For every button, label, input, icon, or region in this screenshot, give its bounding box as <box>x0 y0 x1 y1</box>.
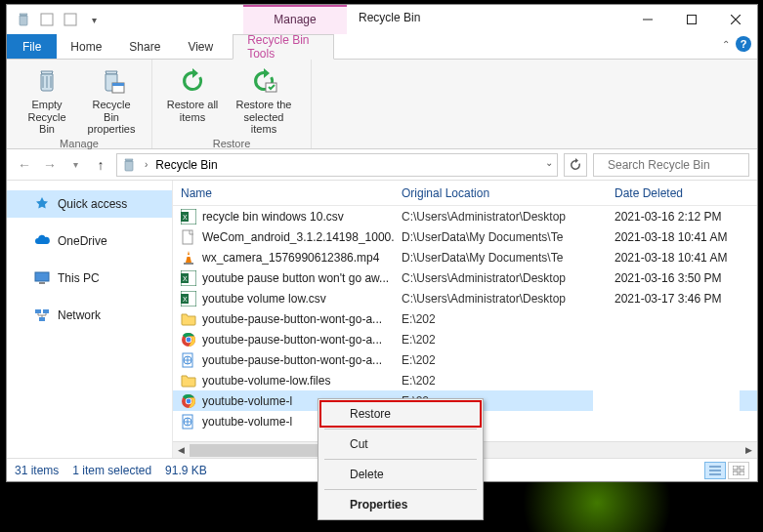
svg-rect-11 <box>39 317 45 321</box>
view-toggle <box>704 462 749 479</box>
manage-label: Manage <box>274 7 316 26</box>
column-original-location[interactable]: Original Location <box>394 186 607 200</box>
ctx-restore[interactable]: Restore <box>320 401 481 427</box>
original-location: E:\202 <box>394 374 607 388</box>
status-item-count: 31 items <box>15 464 59 477</box>
breadcrumb-sep-icon[interactable]: › <box>143 159 149 170</box>
file-name: youtube-volume-low.files <box>202 374 330 388</box>
restore-all-icon <box>177 65 208 97</box>
file-type-icon <box>181 229 196 245</box>
cloud-icon <box>34 233 50 249</box>
ctx-cut[interactable]: Cut <box>320 431 481 457</box>
file-name: youtube-pause-button-wont-go-a... <box>202 312 382 326</box>
refresh-button[interactable] <box>564 153 587 177</box>
tab-file[interactable]: File <box>7 34 57 59</box>
original-location: C:\Users\Administrator\Desktop <box>394 210 607 224</box>
scroll-right-button[interactable]: ▶ <box>741 442 757 459</box>
minimize-button[interactable] <box>625 5 669 34</box>
svg-rect-35 <box>740 466 744 470</box>
nav-quick-access[interactable]: Quick access <box>7 190 172 218</box>
refresh-icon <box>569 158 582 172</box>
search-input[interactable] <box>606 157 756 173</box>
tab-home[interactable]: Home <box>57 34 115 59</box>
svg-text:X: X <box>183 275 188 282</box>
help-button[interactable]: ? <box>736 36 751 52</box>
ctx-sep <box>324 429 477 430</box>
recycle-bin-properties-button[interactable]: Recycle Bin properties <box>79 63 144 138</box>
date-deleted: 2021-03-16 3:50 PM <box>607 271 757 285</box>
file-name: WeCom_android_3.1.2.14198_1000... <box>202 230 394 244</box>
svg-rect-15 <box>183 230 192 244</box>
nav-onedrive[interactable]: OneDrive <box>7 227 172 255</box>
restore-selected-icon <box>248 65 279 97</box>
file-type-icon <box>181 332 196 348</box>
file-type-icon: X <box>181 270 196 286</box>
ribbon-help-area: ⌃ ? <box>722 36 751 52</box>
address-dropdown-button[interactable]: ⌄ <box>545 157 553 168</box>
navigation-pane: Quick access OneDrive This PC Network <box>7 181 173 458</box>
nav-history-dropdown[interactable]: ▾ <box>65 155 85 175</box>
restore-selected-button[interactable]: Restore the selected items <box>225 63 303 138</box>
nav-this-pc[interactable]: This PC <box>7 265 172 292</box>
empty-recycle-bin-button[interactable]: Empty Recycle Bin <box>15 63 79 138</box>
group-label-manage: Manage <box>60 138 99 151</box>
svg-text:X: X <box>183 296 188 303</box>
tab-view[interactable]: View <box>174 34 227 59</box>
file-name: wx_camera_1576990612386.mp4 <box>202 251 379 265</box>
nav-back-button[interactable]: ← <box>15 155 34 175</box>
table-row[interactable]: wx_camera_1576990612386.mp4D:\UserData\M… <box>173 247 757 267</box>
svg-rect-9 <box>35 309 41 313</box>
column-date-deleted[interactable]: Date Deleted <box>607 186 757 200</box>
ribbon-group-restore: Restore all items Restore the selected i… <box>152 60 312 148</box>
date-deleted: 2021-03-16 2:12 PM <box>607 210 757 224</box>
svg-rect-10 <box>43 309 49 313</box>
table-row[interactable]: Xyoutube pause button won't go aw...C:\U… <box>173 267 757 288</box>
ctx-properties[interactable]: Properties <box>320 492 481 517</box>
restore-all-button[interactable]: Restore all items <box>160 63 225 138</box>
file-type-icon: X <box>181 291 196 307</box>
nav-up-button[interactable]: ↑ <box>91 155 110 175</box>
quick-access-toolbar: ▾ <box>7 5 110 34</box>
ctx-delete[interactable]: Delete <box>320 462 481 487</box>
address-bar[interactable]: › Recycle Bin ⌄ <box>116 153 558 177</box>
svg-rect-36 <box>733 471 738 475</box>
context-menu: Restore Cut Delete Properties <box>318 398 484 520</box>
qat-dropdown[interactable]: ▾ <box>83 9 105 30</box>
ctx-sep <box>324 489 477 490</box>
file-name: youtube-pause-button-wont-go-a... <box>202 333 382 347</box>
file-name: youtube-volume-l <box>202 415 292 429</box>
system-menu-icon[interactable] <box>13 9 34 30</box>
file-type-icon <box>181 250 196 266</box>
qat-placeholder-1-icon[interactable] <box>36 9 58 30</box>
thumbnails-view-button[interactable] <box>728 462 749 479</box>
table-row[interactable]: WeCom_android_3.1.2.14198_1000...D:\User… <box>173 226 757 247</box>
qat-placeholder-2-icon[interactable] <box>60 9 81 30</box>
maximize-button[interactable] <box>669 5 713 34</box>
tab-share[interactable]: Share <box>115 34 174 59</box>
group-label-restore: Restore <box>213 138 251 151</box>
ribbon: Empty Recycle Bin Recycle Bin properties… <box>7 60 757 149</box>
column-name[interactable]: Name <box>173 186 394 200</box>
svg-rect-34 <box>733 466 738 470</box>
svg-rect-4 <box>112 83 124 86</box>
close-button[interactable] <box>713 5 757 34</box>
date-deleted: 2021-03-18 10:41 AM <box>607 230 757 244</box>
nav-forward-button[interactable]: → <box>40 155 60 175</box>
collapse-ribbon-button[interactable]: ⌃ <box>722 39 730 50</box>
details-view-button[interactable] <box>704 462 726 479</box>
svg-text:X: X <box>183 214 188 221</box>
status-size: 91.9 KB <box>165 464 207 477</box>
recycle-bin-icon <box>121 157 137 173</box>
svg-rect-37 <box>740 471 744 475</box>
file-type-icon <box>181 311 196 327</box>
search-box[interactable] <box>593 153 749 177</box>
tab-recycle-bin-tools[interactable]: Recycle Bin Tools <box>233 34 334 60</box>
scroll-left-button[interactable]: ◀ <box>173 442 190 459</box>
nav-network[interactable]: Network <box>7 302 172 329</box>
file-name: youtube volume low.csv <box>202 292 326 306</box>
svg-rect-2 <box>687 16 696 24</box>
original-location: E:\202 <box>394 312 607 326</box>
table-row[interactable]: Xrecycle bin windows 10.csvC:\Users\Admi… <box>173 206 757 226</box>
svg-point-26 <box>187 337 191 342</box>
file-type-icon <box>181 414 196 430</box>
